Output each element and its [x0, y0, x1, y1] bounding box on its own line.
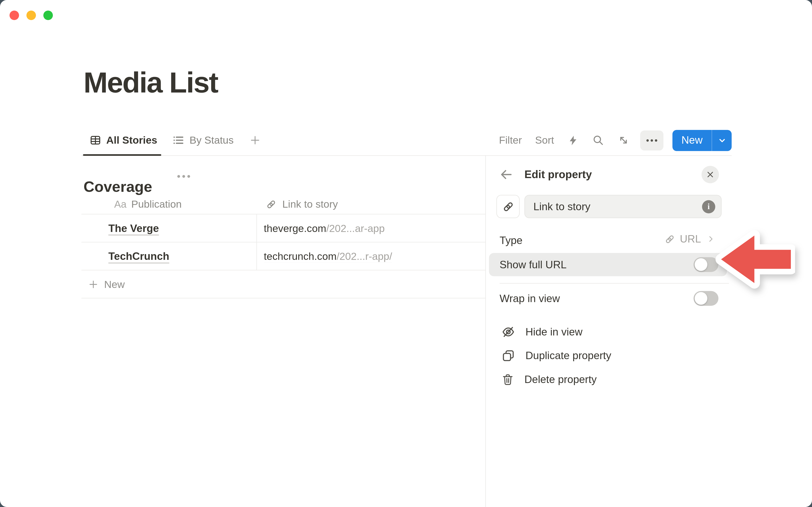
wrap-in-view-label: Wrap in view [500, 292, 560, 304]
filter-button[interactable]: Filter [499, 134, 522, 147]
menu-item-label: Hide in view [525, 326, 582, 338]
table-header-row: Aa Publication Link to story [82, 194, 485, 214]
menu-item-hide-in-view[interactable]: Hide in view [501, 323, 611, 341]
close-icon [706, 171, 714, 179]
add-row-label: New [104, 278, 125, 290]
table-row: TechCrunch techcrunch.com/202...r-app/ [82, 242, 485, 271]
minimize-window-button[interactable] [27, 11, 36, 20]
wrap-in-view-row: Wrap in view [489, 287, 727, 310]
url-main: theverge.com [264, 222, 326, 234]
tab-all-stories[interactable]: All Stories [82, 125, 165, 156]
section-more-icon[interactable] [176, 174, 191, 178]
column-header-publication[interactable]: Aa Publication [82, 198, 256, 210]
show-full-url-row: Show full URL [489, 253, 727, 276]
eye-off-icon [501, 325, 515, 339]
publication-cell: The Verge [82, 222, 256, 234]
back-arrow-icon [499, 168, 513, 182]
duplicate-icon [501, 349, 515, 363]
link-icon [265, 199, 277, 210]
new-button[interactable]: New [672, 130, 712, 151]
view-tab-bar: All Stories By Status [82, 125, 732, 156]
panel-section-divider [500, 283, 729, 284]
property-actions-menu: Hide in view Duplicate property [501, 323, 611, 388]
panel-divider [485, 155, 486, 507]
table-row: The Verge theverge.com/202...ar-app [82, 214, 485, 242]
trash-icon [501, 373, 514, 386]
tab-label: All Stories [106, 134, 157, 147]
panel-close-button[interactable] [702, 166, 719, 183]
type-row-label: Type [500, 234, 522, 247]
window-controls [9, 11, 53, 20]
new-dropdown-button[interactable] [712, 130, 732, 151]
publication-cell: TechCrunch [82, 250, 256, 262]
property-name-input[interactable]: Link to story i [524, 195, 722, 218]
zoom-window-button[interactable] [43, 11, 53, 20]
url-link[interactable]: theverge.com/202...ar-app [264, 222, 385, 234]
link-icon [501, 200, 515, 213]
chevron-right-icon [707, 235, 715, 243]
view-tabs: All Stories By Status [82, 125, 263, 156]
sort-button[interactable]: Sort [535, 134, 554, 147]
lightning-icon[interactable] [567, 134, 579, 146]
app-window: Media List All Stories [0, 0, 812, 507]
tab-by-status[interactable]: By Status [165, 125, 241, 156]
expand-icon[interactable] [617, 134, 630, 147]
info-icon[interactable]: i [702, 200, 715, 213]
search-icon[interactable] [592, 134, 604, 147]
url-link[interactable]: techcrunch.com/202...r-app/ [264, 250, 392, 262]
property-name-value: Link to story [534, 201, 591, 213]
wrap-in-view-toggle[interactable] [694, 291, 718, 306]
link-icon [664, 233, 676, 245]
column-label: Publication [131, 198, 182, 210]
menu-item-label: Delete property [524, 374, 597, 386]
view-toolbar: Filter Sort [499, 130, 732, 151]
column-divider[interactable] [256, 214, 257, 270]
close-window-button[interactable] [9, 11, 19, 20]
url-truncated: /202...r-app/ [337, 250, 392, 262]
plus-icon [88, 279, 99, 289]
table-icon [90, 134, 102, 147]
plus-icon [250, 135, 261, 146]
type-selector[interactable]: URL [664, 233, 715, 245]
annotation-arrow-left [715, 226, 795, 293]
column-header-link-to-story[interactable]: Link to story [256, 198, 486, 210]
type-value: URL [680, 233, 701, 245]
panel-back-button[interactable] [499, 168, 513, 182]
view-options-button[interactable] [640, 130, 663, 150]
menu-item-delete-property[interactable]: Delete property [501, 371, 611, 388]
page-link[interactable]: The Verge [108, 222, 159, 234]
url-truncated: /202...ar-app [326, 222, 385, 234]
section-title: Coverage [84, 176, 152, 196]
new-button-group: New [672, 130, 732, 151]
add-view-button[interactable] [247, 133, 263, 148]
list-icon [172, 134, 185, 147]
panel-title: Edit property [524, 168, 592, 181]
more-icon [645, 138, 658, 143]
property-type-icon-button[interactable] [497, 195, 520, 218]
page-link[interactable]: TechCrunch [108, 250, 169, 262]
column-label: Link to story [282, 198, 338, 210]
menu-item-label: Duplicate property [525, 350, 611, 362]
menu-item-duplicate-property[interactable]: Duplicate property [501, 347, 611, 364]
url-main: techcrunch.com [264, 250, 337, 262]
desktop-background: Media List All Stories [0, 0, 812, 507]
chevron-down-icon [717, 135, 726, 145]
url-cell: theverge.com/202...ar-app [256, 222, 486, 234]
add-row-button[interactable]: New [82, 270, 485, 298]
url-cell: techcrunch.com/202...r-app/ [256, 250, 486, 262]
page-title: Media List [84, 65, 218, 100]
tab-label: By Status [190, 134, 234, 147]
text-property-icon: Aa [114, 199, 126, 210]
show-full-url-label: Show full URL [500, 259, 567, 271]
